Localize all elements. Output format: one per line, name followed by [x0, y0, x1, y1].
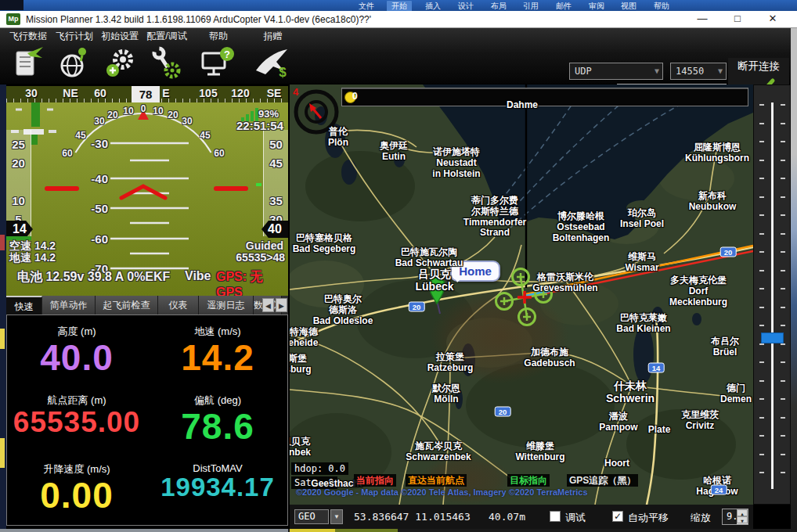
background-menu-item[interactable]: 邮件	[556, 1, 572, 12]
flight-plan-icon	[58, 45, 91, 80]
quick-cell: DistToMAV19934.17	[148, 458, 287, 525]
autopan-label: 自动平移	[628, 511, 669, 525]
map-place-label: 巴特奥尔 德斯洛 Bad Oldesloe	[313, 294, 373, 326]
pitch-label: -30	[81, 137, 108, 150]
cursor-coordinates: 53.836647 11.015463	[354, 511, 471, 523]
compass-label: 120	[231, 87, 249, 99]
slider-handle[interactable]	[761, 332, 784, 343]
background-window-right-edge	[791, 28, 797, 532]
quick-panel: 高度 (m)40.0地速 (m/s)14.2航点距离 (m)65535.00偏航…	[6, 315, 288, 526]
menu-config-tuning-label: 配置/调试	[142, 30, 191, 43]
background-menu-item[interactable]: 帮助	[654, 1, 669, 12]
road-badge: 20	[409, 302, 425, 312]
chevron-down-icon: ▼	[718, 63, 723, 79]
tab-item[interactable]: 遥测日志	[199, 296, 254, 315]
slider-tick	[781, 343, 785, 345]
menu-help[interactable]: 帮助 ?	[197, 30, 240, 83]
hud-groundspeed-label: 地速 14.2	[9, 251, 56, 265]
hud[interactable]: 604530201001020304560 -30-40-50-60-70 30…	[6, 86, 288, 296]
background-menu-item[interactable]: 开始	[387, 1, 412, 12]
data-tabs: ◀ ▶ 快速简单动作起飞前检查仪表遥测日志数据闪存日志	[6, 296, 288, 315]
slider-tick	[759, 160, 764, 161]
airspeed-tape: 2520105	[6, 130, 31, 236]
slider-tick	[781, 398, 785, 400]
legend-item: 目标指向	[507, 474, 550, 487]
map-zoom-slider[interactable]	[753, 84, 791, 505]
background-menu-item[interactable]: 视图	[621, 1, 637, 12]
spinner-arrows[interactable]: ▲▼	[737, 509, 748, 524]
map-place-label: 巴特施瓦尔陶 Bad Schwartau	[395, 247, 463, 269]
menu-flight-data[interactable]: 飞行数据	[5, 30, 52, 83]
menu-donate[interactable]: 捐赠 $	[251, 30, 294, 83]
zoom-label: 缩放	[691, 511, 711, 525]
tab-scroll-left[interactable]: ◀	[262, 298, 274, 312]
background-menu-item[interactable]: 引用	[523, 1, 539, 12]
alt-target-marker	[256, 183, 261, 186]
menu-config-tuning[interactable]: 配置/调试	[142, 30, 191, 83]
map-place-label: 蒂门多尔费 尔斯特兰德 Timmendorfer Strand	[463, 196, 526, 239]
debug-checkbox[interactable]	[550, 511, 561, 522]
tab-quick[interactable]: 快速	[6, 296, 42, 315]
menu-donate-label: 捐赠	[251, 30, 294, 43]
baud-rate-dropdown[interactable]: 14550 ▼	[670, 63, 727, 80]
maximize-button[interactable]: □	[724, 11, 751, 27]
map-panel[interactable]: 4 0 Home hdop: 0.0 Sats: 0 ©2020 Google …	[290, 84, 753, 505]
map-type-dropdown[interactable]: GEO	[294, 509, 329, 524]
waypoint-status: 65535>48	[236, 251, 285, 264]
tab-item[interactable]: 仪表	[158, 296, 199, 315]
chevron-down-icon: ▼	[655, 63, 659, 79]
altitude-tape-value: 45	[264, 156, 288, 170]
tab-item[interactable]: 起飞前检查	[96, 296, 158, 315]
compass-label: E	[162, 87, 169, 99]
close-button[interactable]: ✕	[759, 11, 786, 27]
baud-rate-value: 14550	[676, 66, 704, 77]
slider-tick	[781, 270, 785, 271]
background-menu-item[interactable]: 文件	[359, 1, 374, 12]
map-statusbar: GEO ▼ 53.836647 11.015463 40.07m 调试 ✓ 自动…	[290, 505, 753, 529]
map-place-label: 格雷沃斯米伦 Grevesmühlen	[532, 272, 597, 294]
slider-tick	[759, 435, 764, 437]
road-badge: 14	[648, 363, 665, 373]
background-menu-item[interactable]: 审阅	[589, 1, 604, 12]
map-place-label: 默尔恩 Mölln	[432, 383, 460, 405]
menu-flight-plan[interactable]: 飞行计划	[52, 30, 97, 83]
roll-label: 60	[211, 148, 227, 159]
roll-label: 10	[121, 106, 136, 117]
map-place-label: 吕贝克 Lübeck	[415, 268, 453, 293]
compass-label: NE	[63, 87, 78, 99]
compass-label: 30	[25, 87, 38, 99]
airspeed-tape-value: 10	[6, 194, 31, 207]
slider-tick	[781, 454, 785, 455]
map-place-label: Dahme	[507, 100, 538, 111]
map-place-label: 博尔滕哈根 Ostseebad Boltenhagen	[553, 211, 610, 243]
minimize-button[interactable]: —	[689, 11, 716, 27]
disconnect-label: 断开连接	[728, 59, 789, 74]
connection-type-dropdown[interactable]: UDP ▼	[569, 63, 663, 80]
config-tuning-icon	[150, 45, 183, 80]
background-menu-item[interactable]: 布局	[491, 1, 507, 12]
menu-initial-setup[interactable]: 初始设置	[97, 30, 142, 83]
hud-clock: 22:51:54	[236, 119, 283, 132]
tab-item[interactable]: 简单动作	[42, 296, 96, 315]
slider-tick	[781, 141, 785, 142]
quick-cell: 航点距离 (m)65535.00	[7, 389, 146, 456]
chevron-down-icon[interactable]: ▼	[330, 509, 343, 524]
road-badge: 20	[495, 407, 511, 417]
slider-tick	[759, 123, 764, 124]
tab-scroll-right[interactable]: ▶	[276, 298, 287, 312]
zoom-spinner[interactable]: 9.0 ▲▼	[722, 509, 748, 525]
mission-planner-window: 文件开始插入设计布局引用邮件审阅视图帮助 Mp Mission Planner …	[0, 0, 797, 532]
slider-tick	[759, 380, 764, 382]
altitude-tape: 50453530	[263, 130, 288, 236]
cursor-altitude: 40.07m	[489, 511, 525, 523]
quick-cell-value: 19934.17	[148, 474, 287, 501]
gps-status: GPS: 无GPS	[216, 269, 288, 296]
background-menu-item[interactable]: 插入	[425, 1, 441, 12]
background-menu-item[interactable]: 设计	[458, 1, 474, 12]
map-place-label: 尔格特海德 argteheide	[290, 327, 318, 349]
slider-tick	[759, 288, 764, 289]
debug-label: 调试	[565, 511, 586, 525]
slider-tick	[781, 233, 785, 235]
autopan-checkbox[interactable]: ✓	[612, 511, 623, 522]
quick-cell: 偏航 (deg)78.6	[148, 389, 287, 456]
